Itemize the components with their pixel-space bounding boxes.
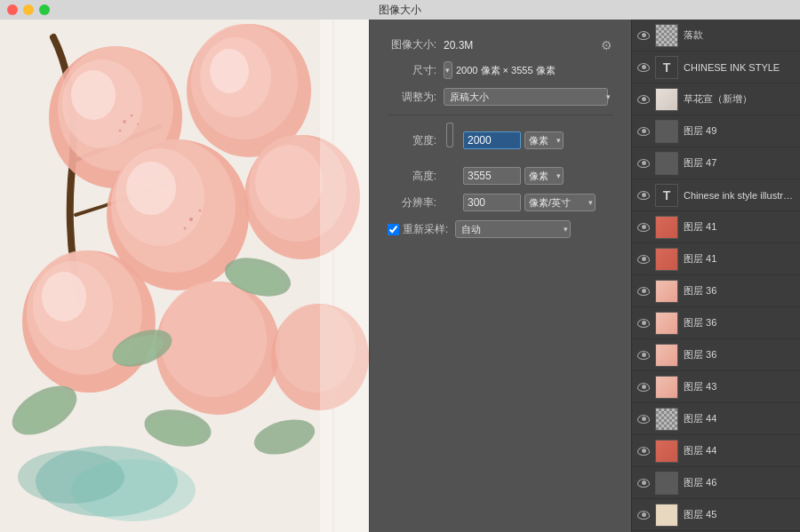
layer-thumbnail — [655, 120, 678, 143]
window-title: 图像大小 — [379, 3, 421, 18]
layer-name: 草花宣（新增） — [684, 92, 796, 106]
visibility-toggle[interactable] — [636, 315, 652, 331]
visibility-toggle[interactable] — [636, 475, 652, 491]
width-row: 宽度: 像素 — [388, 123, 613, 158]
width-controls: 像素 — [444, 123, 613, 158]
layer-name: 落款 — [684, 28, 796, 42]
layer-name: 图层 49 — [684, 124, 796, 138]
layer-thumbnail: T — [655, 56, 678, 79]
layer-thumbnail — [655, 408, 678, 431]
dimensions-label: 尺寸: — [388, 63, 436, 78]
layers-panel: 落款TCHINESE INK STYLE草花宣（新增）图层 49图层 47TCh… — [631, 20, 800, 532]
layer-item[interactable]: TChinese ink style illustration — [632, 179, 800, 211]
layer-name: 图层 47 — [684, 156, 796, 170]
resolution-label: 分辨率: — [388, 195, 436, 210]
layer-thumbnail — [655, 504, 678, 527]
close-button[interactable] — [7, 4, 18, 15]
width-unit-wrap: 像素 — [524, 131, 564, 149]
dimensions-unit-select[interactable] — [444, 61, 452, 79]
layer-name: 图层 44 — [684, 412, 796, 425]
resolution-controls: 像素/英寸 — [444, 194, 613, 211]
visibility-toggle[interactable] — [636, 28, 652, 44]
divider-1 — [388, 115, 613, 115]
layer-name: CHINESE INK STYLE — [684, 62, 796, 73]
adjust-dropdown-wrap: 原稿大小 — [444, 88, 613, 106]
svg-point-5 — [123, 120, 126, 123]
layer-thumbnail — [655, 88, 678, 111]
visibility-toggle[interactable] — [636, 123, 652, 139]
layer-name: 图层 46 — [684, 476, 796, 489]
visibility-toggle[interactable] — [636, 443, 652, 459]
layer-thumbnail — [655, 152, 678, 175]
layer-thumbnail — [655, 472, 678, 495]
layer-name: 图层 36 — [684, 284, 796, 298]
layer-item[interactable]: 图层 44 — [632, 403, 800, 435]
height-row: 高度: 像素 — [388, 167, 613, 185]
layer-item[interactable]: 图层 36 — [632, 339, 800, 371]
visibility-toggle[interactable] — [636, 251, 652, 267]
visibility-toggle[interactable] — [636, 283, 652, 299]
dialog-panel: 图像大小: 20.3M ⚙ 尺寸: 2000 像素 × 3555 像素 — [369, 20, 631, 532]
layer-item[interactable]: 图层 49 — [632, 115, 800, 147]
dialog-content: 图像大小: 20.3M ⚙ 尺寸: 2000 像素 × 3555 像素 — [370, 20, 631, 247]
layer-item[interactable]: 图层 46 — [632, 467, 800, 499]
maximize-button[interactable] — [39, 4, 50, 15]
dimensions-dropdown-wrap — [444, 61, 452, 79]
layer-thumbnail — [655, 312, 678, 335]
gear-icon[interactable]: ⚙ — [599, 38, 613, 52]
dimensions-controls: 2000 像素 × 3555 像素 — [444, 61, 556, 79]
layer-item[interactable]: 图层 41 — [632, 243, 800, 275]
visibility-toggle[interactable] — [636, 379, 652, 395]
layer-name: 图层 41 — [684, 252, 796, 266]
visibility-toggle[interactable] — [636, 219, 652, 235]
resolution-input[interactable] — [463, 194, 521, 211]
adjust-row: 调整为: 原稿大小 — [388, 88, 613, 106]
width-label: 宽度: — [388, 133, 436, 148]
layer-thumbnail — [655, 248, 678, 271]
layer-item[interactable]: 图层 44 — [632, 435, 800, 467]
svg-point-4 — [71, 70, 116, 120]
adjust-select[interactable]: 原稿大小 — [444, 88, 608, 106]
layer-item[interactable]: 草花宣（新增） — [632, 83, 800, 115]
width-input[interactable] — [463, 131, 521, 149]
chain-icon — [444, 123, 456, 158]
svg-point-18 — [199, 210, 202, 212]
width-unit-select[interactable]: 像素 — [524, 131, 564, 149]
resample-select[interactable]: 自动 — [455, 220, 571, 238]
layer-item[interactable]: 图层 43 — [632, 371, 800, 403]
layer-item[interactable]: 图层 47 — [632, 147, 800, 179]
layer-name: 图层 36 — [684, 316, 796, 330]
resample-checkbox[interactable] — [388, 224, 399, 235]
image-size-row: 图像大小: 20.3M ⚙ — [388, 37, 613, 52]
layer-name: 图层 44 — [684, 444, 796, 457]
resample-dropdown-wrap: 自动 — [452, 220, 571, 238]
layer-item[interactable]: 落款 — [632, 20, 800, 52]
visibility-toggle[interactable] — [636, 60, 652, 75]
layer-thumbnail — [655, 440, 678, 463]
layer-item[interactable]: TCHINESE INK STYLE — [632, 52, 800, 83]
layer-name: 图层 43 — [684, 380, 796, 393]
layer-item[interactable]: 图层 45 — [632, 499, 800, 531]
visibility-toggle[interactable] — [636, 91, 652, 107]
height-input[interactable] — [463, 167, 521, 185]
resample-label: 重新采样: — [403, 222, 448, 237]
layer-item[interactable]: 图层 36 — [632, 307, 800, 339]
resolution-unit-select[interactable]: 像素/英寸 — [524, 194, 596, 211]
layer-item[interactable]: 图层 41 — [632, 211, 800, 243]
resolution-row: 分辨率: 像素/英寸 — [388, 194, 613, 211]
svg-point-17 — [189, 218, 193, 221]
image-size-label: 图像大小: — [388, 37, 436, 52]
svg-rect-43 — [320, 20, 369, 532]
layer-name: 图层 36 — [684, 348, 796, 361]
minimize-button[interactable] — [23, 4, 34, 15]
visibility-toggle[interactable] — [636, 411, 652, 427]
layer-thumbnail — [655, 344, 678, 367]
layer-name: Chinese ink style illustration — [684, 190, 796, 201]
layer-item[interactable]: 图层 36 — [632, 275, 800, 307]
visibility-toggle[interactable] — [636, 507, 652, 523]
svg-point-7 — [119, 130, 122, 132]
visibility-toggle[interactable] — [636, 155, 652, 171]
visibility-toggle[interactable] — [636, 347, 652, 363]
height-unit-select[interactable]: 像素 — [524, 167, 564, 185]
visibility-toggle[interactable] — [636, 187, 652, 203]
